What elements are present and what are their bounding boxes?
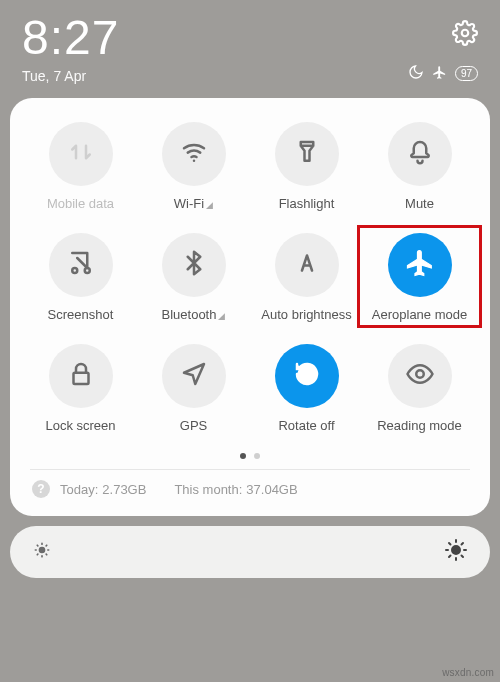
month-label: This month:: [174, 482, 242, 497]
status-header: 8:27 Tue, 7 Apr 97: [0, 0, 500, 90]
svg-point-0: [462, 30, 469, 37]
svg-point-7: [40, 548, 45, 553]
wifi-icon: [179, 137, 209, 171]
svg-point-1: [192, 160, 195, 163]
watermark: wsxdn.com: [442, 667, 494, 678]
eye-icon: [405, 359, 435, 393]
tile-auto-brightness[interactable]: Auto brightness: [250, 233, 363, 322]
tile-flashlight[interactable]: Flashlight: [250, 122, 363, 211]
clock: 8:27: [22, 14, 119, 62]
dnd-icon: [408, 64, 424, 83]
tile-label: Bluetooth◢: [162, 307, 226, 322]
screenshot-icon: [66, 248, 96, 282]
today-value: 2.73GB: [102, 482, 146, 497]
airplane-icon: [405, 248, 435, 282]
rotate-lock-icon: [292, 359, 322, 393]
tile-label: Reading mode: [377, 418, 462, 433]
auto-brightness-icon: [292, 248, 322, 282]
airplane-status-icon: [432, 65, 447, 83]
month-value: 37.04GB: [246, 482, 297, 497]
svg-point-8: [452, 546, 460, 554]
brightness-high-icon: [444, 538, 468, 566]
tile-mute[interactable]: Mute: [363, 122, 476, 211]
tile-label: Auto brightness: [261, 307, 351, 322]
lock-icon: [66, 359, 96, 393]
brightness-low-icon: [32, 540, 52, 564]
tile-label: Aeroplane mode: [372, 307, 467, 322]
svg-rect-4: [73, 373, 88, 384]
page-dot-2: [254, 453, 260, 459]
data-usage-row[interactable]: ? Today: 2.73GB This month: 37.04GB: [24, 480, 476, 502]
page-indicator: [24, 453, 476, 459]
tile-reading-mode[interactable]: Reading mode: [363, 344, 476, 433]
tile-bluetooth[interactable]: Bluetooth◢: [137, 233, 250, 322]
tile-label: Mobile data: [47, 196, 114, 211]
status-indicators: 97: [408, 64, 478, 83]
bell-icon: [405, 137, 435, 171]
settings-icon[interactable]: [452, 20, 478, 50]
tile-label: Wi-Fi◢: [174, 196, 213, 211]
tile-wifi[interactable]: Wi-Fi◢: [137, 122, 250, 211]
svg-point-6: [416, 370, 424, 378]
tile-label: Rotate off: [278, 418, 334, 433]
divider: [30, 469, 470, 470]
date: Tue, 7 Apr: [22, 68, 119, 84]
battery-indicator: 97: [455, 66, 478, 81]
tile-aeroplane-mode[interactable]: Aeroplane mode: [363, 233, 476, 322]
info-icon: ?: [32, 480, 50, 498]
today-label: Today:: [60, 482, 98, 497]
location-icon: [179, 359, 209, 393]
page-dot-1: [240, 453, 246, 459]
tile-label: Flashlight: [279, 196, 335, 211]
brightness-slider[interactable]: [10, 526, 490, 578]
quick-settings-panel: Mobile data Wi-Fi◢ Flashlight Mute Scree: [10, 98, 490, 516]
tile-lock-screen[interactable]: Lock screen: [24, 344, 137, 433]
svg-point-3: [84, 268, 89, 273]
mobile-data-icon: [66, 137, 96, 171]
tile-label: Screenshot: [48, 307, 114, 322]
tile-label: GPS: [180, 418, 207, 433]
flashlight-icon: [292, 137, 322, 171]
tile-gps[interactable]: GPS: [137, 344, 250, 433]
tile-rotate-off[interactable]: Rotate off: [250, 344, 363, 433]
tile-screenshot[interactable]: Screenshot: [24, 233, 137, 322]
tile-mobile-data[interactable]: Mobile data: [24, 122, 137, 211]
bluetooth-icon: [179, 248, 209, 282]
tile-label: Lock screen: [45, 418, 115, 433]
svg-point-2: [72, 268, 77, 273]
tile-label: Mute: [405, 196, 434, 211]
